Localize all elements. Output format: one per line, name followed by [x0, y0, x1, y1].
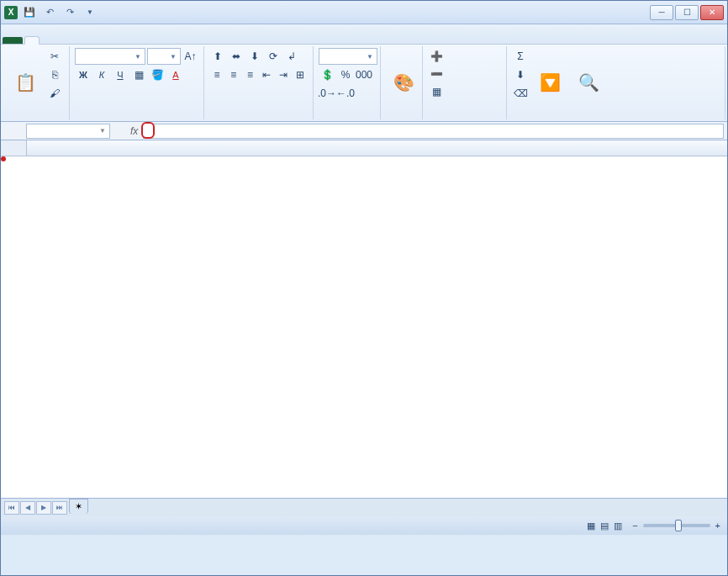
formula-input[interactable]: [143, 124, 724, 139]
new-sheet-button[interactable]: ✶: [69, 499, 88, 514]
wrap-text-icon[interactable]: ↲: [283, 48, 300, 65]
currency-icon[interactable]: 💲: [319, 66, 335, 83]
indent-dec-icon[interactable]: ⇤: [259, 66, 274, 83]
underline-button[interactable]: Ч: [112, 66, 129, 83]
tab-formulas[interactable]: [66, 37, 80, 44]
fill-icon[interactable]: ⬇: [512, 66, 529, 83]
spreadsheet-grid[interactable]: [1, 140, 727, 498]
tab-review[interactable]: [93, 37, 107, 44]
formula-bar: ▼ fx: [1, 122, 727, 140]
minimize-button[interactable]: ─: [650, 5, 673, 20]
qat-dropdown-icon[interactable]: ▼: [82, 4, 98, 21]
tab-addins[interactable]: [134, 37, 147, 44]
border-icon[interactable]: ▦: [130, 66, 147, 83]
inc-decimal-icon[interactable]: .0→: [319, 85, 335, 102]
tab-foxit[interactable]: [147, 37, 161, 44]
selection-highlight: [1, 156, 6, 161]
dec-decimal-icon[interactable]: ←.0: [337, 85, 354, 102]
tab-home[interactable]: [24, 36, 40, 45]
percent-icon[interactable]: %: [337, 66, 354, 83]
clipboard-icon: 📋: [13, 71, 37, 94]
align-bottom-icon[interactable]: ⬇: [246, 48, 263, 65]
maximize-button[interactable]: ☐: [675, 5, 699, 20]
autosum-icon[interactable]: Σ: [512, 48, 529, 65]
tab-view[interactable]: [107, 37, 120, 44]
view-normal-icon[interactable]: ▦: [587, 521, 595, 531]
sheet-nav-prev[interactable]: ◀: [20, 501, 35, 515]
align-top-icon[interactable]: ⬆: [209, 48, 226, 65]
sheet-tabs-bar: ⏮ ◀ ▶ ⏭ ✶: [1, 498, 727, 516]
view-break-icon[interactable]: ▥: [614, 521, 622, 531]
redo-icon[interactable]: ↷: [61, 4, 78, 21]
insert-cells-button[interactable]: ➕: [428, 48, 501, 65]
copy-icon[interactable]: ⎘: [46, 66, 63, 83]
delete-cells-button[interactable]: ➖: [428, 66, 501, 82]
sheet-nav-last[interactable]: ⏭: [52, 501, 67, 515]
number-format-combo[interactable]: ▼: [319, 48, 377, 65]
paste-button[interactable]: 📋: [8, 48, 43, 118]
tab-dev[interactable]: [120, 37, 134, 44]
tab-layout[interactable]: [53, 37, 66, 44]
styles-button[interactable]: 🎨: [386, 48, 421, 118]
status-bar: ▦ ▤ ▥ − +: [1, 516, 727, 535]
align-center-icon[interactable]: ≡: [226, 66, 241, 83]
tab-data[interactable]: [80, 37, 93, 44]
merge-icon[interactable]: ⊞: [293, 66, 308, 83]
titlebar: X 💾 ↶ ↷ ▼ ─ ☐ ✕: [1, 1, 727, 24]
format-cells-button[interactable]: ▦: [428, 83, 501, 100]
grow-font-icon[interactable]: A↑: [182, 48, 198, 65]
comma-icon[interactable]: 000: [356, 66, 372, 83]
cut-icon[interactable]: ✂: [46, 48, 63, 65]
sort-filter-button[interactable]: 🔽: [532, 48, 567, 118]
ribbon: 📋 ✂ ⎘ 🖌 ▼ ▼ A↑ Ж К Ч ▦ 🪣 A: [1, 45, 727, 122]
close-button[interactable]: ✕: [700, 5, 724, 20]
tab-abbyy[interactable]: [161, 37, 174, 44]
name-box[interactable]: ▼: [26, 124, 110, 139]
orientation-icon[interactable]: ⟳: [265, 48, 282, 65]
bold-button[interactable]: Ж: [75, 66, 92, 83]
sheet-nav-first[interactable]: ⏮: [4, 501, 19, 515]
indent-inc-icon[interactable]: ⇥: [276, 66, 291, 83]
italic-button[interactable]: К: [93, 66, 110, 83]
font-name-combo[interactable]: ▼: [75, 48, 145, 65]
zoom-slider[interactable]: [643, 524, 710, 527]
zoom-in-button[interactable]: +: [715, 521, 720, 531]
styles-icon: 🎨: [392, 71, 415, 94]
undo-icon[interactable]: ↶: [41, 4, 58, 21]
align-left-icon[interactable]: ≡: [209, 66, 224, 83]
clear-icon[interactable]: ⌫: [512, 85, 529, 102]
align-middle-icon[interactable]: ⬌: [228, 48, 245, 65]
column-headers: [1, 140, 727, 156]
font-color-icon[interactable]: A: [167, 66, 184, 83]
find-select-button[interactable]: 🔍: [571, 48, 606, 118]
delete-cells-icon: ➖: [428, 66, 445, 82]
find-icon: 🔍: [577, 71, 600, 94]
excel-icon: X: [4, 6, 18, 19]
file-tab[interactable]: [3, 37, 23, 44]
formula-highlight: [141, 122, 155, 139]
select-all-corner[interactable]: [1, 140, 27, 156]
format-cells-icon: ▦: [428, 83, 445, 100]
zoom-out-button[interactable]: −: [632, 521, 637, 531]
view-layout-icon[interactable]: ▤: [600, 521, 609, 531]
ribbon-tabs: [1, 24, 727, 45]
fill-color-icon[interactable]: 🪣: [149, 66, 166, 83]
font-size-combo[interactable]: ▼: [147, 48, 181, 65]
sheet-nav-next[interactable]: ▶: [36, 501, 51, 515]
sort-icon: 🔽: [538, 71, 562, 94]
save-icon[interactable]: 💾: [21, 4, 38, 21]
align-right-icon[interactable]: ≡: [243, 66, 258, 83]
insert-cells-icon: ➕: [428, 48, 445, 65]
tab-insert[interactable]: [40, 37, 53, 44]
format-painter-icon[interactable]: 🖌: [46, 85, 63, 102]
fx-icon[interactable]: fx: [130, 125, 138, 137]
